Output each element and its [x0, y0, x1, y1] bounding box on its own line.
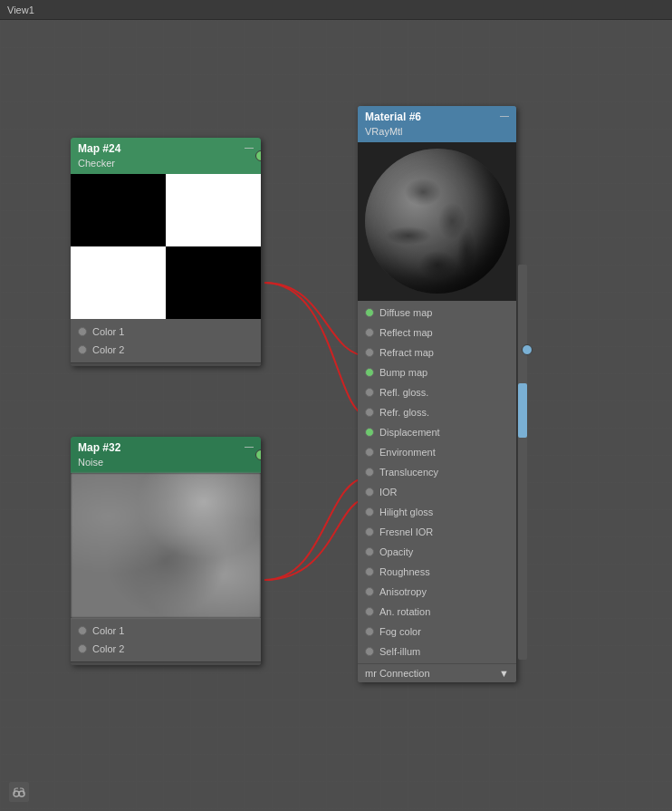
checker-preview [71, 174, 261, 319]
socket-displacement[interactable]: Displacement [358, 422, 516, 442]
material-footer-icon: ▼ [499, 668, 509, 679]
material-socket-list: Diffuse map Reflect map Refract map Bump… [358, 301, 516, 663]
socket-translucency-dot [365, 468, 374, 477]
socket-translucency-label: Translucency [379, 467, 438, 478]
socket-fog-color[interactable]: Fog color [358, 622, 516, 642]
sphere-bumps [365, 149, 510, 294]
checker-color2-dot [78, 345, 87, 354]
socket-an-rotation-dot [365, 607, 374, 616]
socket-fog-color-dot [365, 627, 374, 636]
checker-socket-list: Color 1 Color 2 [71, 319, 261, 362]
socket-diffuse-map[interactable]: Diffuse map [358, 303, 516, 323]
checker-minimize-button[interactable]: — [245, 142, 254, 152]
socket-reflect-map[interactable]: Reflect map [358, 323, 516, 343]
checker-cell-tl [71, 174, 166, 246]
checker-node-header: Map #24 Checker [78, 142, 120, 169]
noise-node-footer [71, 661, 261, 665]
socket-bump-dot [365, 368, 374, 377]
noise-node-header: Map #32 Noise [78, 441, 120, 468]
socket-ior[interactable]: IOR [358, 482, 516, 502]
material-node: Material #6 VRayMtl — Diffuse map [358, 106, 516, 682]
socket-displacement-label: Displacement [379, 427, 440, 438]
socket-refl-gloss-label: Refl. gloss. [379, 387, 428, 398]
material-inner: Material #6 VRayMtl — Diffuse map [358, 106, 516, 682]
noise-color1-socket[interactable]: Color 1 [71, 622, 261, 640]
noise-node-subtitle: Noise [78, 456, 120, 468]
socket-environment-label: Environment [379, 447, 436, 458]
svg-rect-2 [18, 791, 20, 794]
socket-bump-label: Bump map [379, 367, 427, 378]
socket-hilight-gloss[interactable]: Hilight gloss [358, 502, 516, 522]
socket-translucency[interactable]: Translucency [358, 462, 516, 482]
bottom-icons [9, 782, 29, 802]
material-node-subtitle: VRayMtl [365, 125, 421, 138]
material-scrollbar[interactable] [518, 265, 527, 660]
viewport: Map #24 Checker — Color 1 Colo [0, 20, 672, 811]
socket-an-rotation[interactable]: An. rotation [358, 602, 516, 622]
socket-refract-map[interactable]: Refract map [358, 343, 516, 362]
material-footer-label: mr Connection [365, 668, 430, 679]
noise-minimize-button[interactable]: — [245, 441, 254, 451]
checker-node: Map #24 Checker — Color 1 Colo [71, 138, 261, 366]
socket-anisotropy-dot [365, 587, 374, 596]
socket-fresnel-ior[interactable]: Fresnel IOR [358, 522, 516, 542]
title-bar-label: View1 [7, 5, 34, 15]
socket-refr-gloss[interactable]: Refr. gloss. [358, 402, 516, 422]
material-node-header: Material #6 VRayMtl — [358, 106, 516, 142]
noise-socket-list: Color 1 Color 2 [71, 618, 261, 661]
socket-environment-dot [365, 448, 374, 457]
checker-color1-socket[interactable]: Color 1 [71, 323, 261, 341]
checker-cell-bl [71, 246, 166, 319]
checker-node-subtitle: Checker [78, 157, 120, 169]
socket-reflect-dot [365, 328, 374, 337]
checker-cell-br [166, 246, 261, 319]
socket-bump-map[interactable]: Bump map [358, 362, 516, 382]
socket-self-illum[interactable]: Self-illum [358, 642, 516, 661]
socket-refract-label: Refract map [379, 347, 434, 358]
socket-self-illum-dot [365, 647, 374, 656]
noise-node: Map #32 Noise — Color 1 Color 2 [71, 437, 261, 665]
noise-color1-dot [78, 626, 87, 635]
socket-opacity-dot [365, 547, 374, 556]
noise-node-title: Map #32 [78, 441, 120, 456]
material-right-port[interactable] [522, 344, 533, 355]
socket-opacity-label: Opacity [379, 546, 413, 557]
checker-output-port[interactable] [255, 150, 261, 161]
material-footer[interactable]: mr Connection ▼ [358, 663, 516, 682]
socket-self-illum-label: Self-illum [379, 646, 420, 657]
socket-hilight-gloss-label: Hilight gloss [379, 507, 433, 517]
socket-refract-dot [365, 348, 374, 357]
socket-roughness-dot [365, 567, 374, 576]
socket-opacity[interactable]: Opacity [358, 542, 516, 562]
socket-anisotropy-label: Anisotropy [379, 586, 427, 597]
socket-environment[interactable]: Environment [358, 442, 516, 462]
title-bar: View1 [0, 0, 672, 20]
noise-color2-label: Color 2 [92, 643, 124, 654]
noise-color2-socket[interactable]: Color 2 [71, 640, 261, 658]
socket-fresnel-ior-label: Fresnel IOR [379, 526, 433, 537]
material-minimize-button[interactable]: — [500, 111, 509, 138]
checker-color1-dot [78, 327, 87, 336]
noise-preview [71, 473, 261, 618]
checker-node-title: Map #24 [78, 142, 120, 157]
socket-an-rotation-label: An. rotation [379, 606, 430, 617]
socket-roughness-label: Roughness [379, 566, 430, 577]
checker-color2-socket[interactable]: Color 2 [71, 341, 261, 359]
socket-ior-label: IOR [379, 487, 398, 497]
socket-anisotropy[interactable]: Anisotropy [358, 582, 516, 602]
material-scrollbar-thumb[interactable] [518, 383, 527, 438]
socket-roughness[interactable]: Roughness [358, 562, 516, 582]
socket-refl-gloss[interactable]: Refl. gloss. [358, 382, 516, 402]
socket-fresnel-ior-dot [365, 527, 374, 536]
checker-color1-label: Color 1 [92, 326, 124, 337]
noise-output-port[interactable] [255, 449, 261, 460]
checker-color2-label: Color 2 [92, 344, 124, 355]
material-header-text: Material #6 VRayMtl [365, 111, 421, 138]
material-preview [358, 142, 516, 301]
noise-color1-label: Color 1 [92, 625, 124, 636]
noise-color2-dot [78, 644, 87, 653]
socket-diffuse-label: Diffuse map [379, 307, 433, 318]
material-node-title: Material #6 [365, 111, 421, 125]
binoculars-icon[interactable] [9, 782, 29, 802]
socket-refr-gloss-dot [365, 408, 374, 417]
